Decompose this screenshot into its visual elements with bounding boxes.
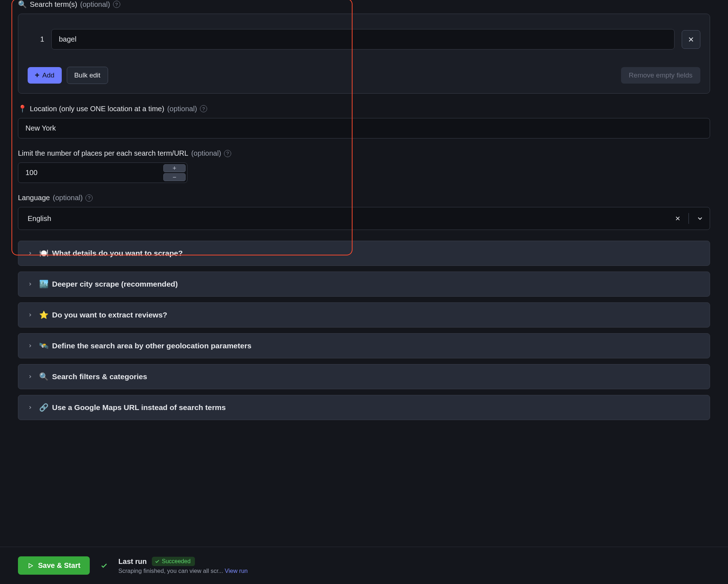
chevron-right-icon [28,282,33,287]
accordion-title-text: Define the search area by other geolocat… [52,342,252,350]
accordion-deeper-city[interactable]: 🏙️ Deeper city scrape (recommended) [18,272,710,297]
satellite-icon: 🛰️ [39,342,48,350]
city-icon: 🏙️ [39,280,48,288]
accordion-title: 🏙️ Deeper city scrape (recommended) [39,280,178,288]
location-label-text: Location (only use ONE location at a tim… [30,105,164,113]
chevron-right-icon [28,251,33,256]
search-term-row: 1 [28,29,700,50]
language-select[interactable]: English [18,207,710,230]
limit-label-text: Limit the number of places per each sear… [18,149,188,157]
search-terms-field: 🔍 Search term(s) (optional) ? 1 [18,0,710,94]
chevron-right-icon [28,343,33,348]
accordion-title: 🔗 Use a Google Maps URL instead of searc… [39,403,226,412]
link-icon: 🔗 [39,403,48,412]
terms-actions: + Add Bulk edit Remove empty fields [28,67,700,84]
location-field: 📍 Location (only use ONE location at a t… [18,104,710,138]
remove-term-button[interactable] [682,30,700,49]
accordion-title-text: Use a Google Maps URL instead of search … [52,403,226,412]
search-terms-label: 🔍 Search term(s) (optional) ? [18,0,710,9]
accordion-filters[interactable]: 🔍 Search filters & categories [18,364,710,389]
minus-icon: − [173,174,177,180]
search-terms-panel: 1 + Add Bulk edit [18,14,710,94]
increment-button[interactable]: + [163,164,186,172]
accordion-geolocation[interactable]: 🛰️ Define the search area by other geolo… [18,333,710,358]
limit-optional: (optional) [191,149,221,157]
limit-input-wrap: + − [18,163,187,183]
language-value: English [28,215,667,223]
clear-select-button[interactable] [674,215,681,222]
chevron-right-icon [28,405,33,410]
language-field: Language (optional) ? English [18,194,710,230]
close-icon [688,36,694,43]
accordion-details[interactable]: 🍽️ What details do you want to scrape? [18,241,710,266]
accordion-title: 🛰️ Define the search area by other geolo… [39,342,252,350]
accordion-title: 🔍 Search filters & categories [39,372,147,381]
accordion-title: 🍽️ What details do you want to scrape? [39,249,183,258]
remove-empty-button[interactable]: Remove empty fields [621,67,700,84]
add-term-button[interactable]: + Add [28,67,62,84]
bulk-edit-label: Bulk edit [74,71,101,79]
separator [689,213,689,224]
plate-icon: 🍽️ [39,249,48,258]
limit-field: Limit the number of places per each sear… [18,149,710,183]
decrement-button[interactable]: − [163,173,186,181]
magnifier-icon: 🔍 [39,372,48,381]
add-button-label: Add [42,71,55,79]
location-label: 📍 Location (only use ONE location at a t… [18,104,710,113]
accordion-title-text: Deeper city scrape (recommended) [52,280,178,288]
accordion-title-text: Do you want to extract reviews? [52,311,167,319]
select-toggle[interactable] [696,215,704,222]
star-icon: ⭐ [39,311,48,319]
accordion-title-text: What details do you want to scrape? [52,249,183,258]
chevron-right-icon [28,312,33,317]
language-label: Language (optional) ? [18,194,710,202]
location-optional: (optional) [167,105,197,113]
pin-icon: 📍 [18,104,27,113]
chevron-down-icon [696,215,704,222]
help-icon[interactable]: ? [85,194,93,202]
term-index: 1 [28,35,44,43]
location-input[interactable] [18,118,710,138]
help-icon[interactable]: ? [200,105,207,112]
search-icon: 🔍 [18,0,27,9]
search-terms-optional: (optional) [80,0,110,9]
help-icon[interactable]: ? [113,1,120,8]
chevron-right-icon [28,374,33,379]
search-term-input[interactable] [51,29,675,50]
plus-icon: + [35,71,39,79]
help-icon[interactable]: ? [224,150,231,157]
limit-input[interactable] [18,163,163,183]
plus-icon: + [173,165,177,171]
bulk-edit-button[interactable]: Bulk edit [67,67,108,84]
accordion-list: 🍽️ What details do you want to scrape? 🏙… [18,241,710,420]
accordion-title: ⭐ Do you want to extract reviews? [39,311,167,319]
accordion-reviews[interactable]: ⭐ Do you want to extract reviews? [18,302,710,328]
language-label-text: Language [18,194,50,202]
language-optional: (optional) [53,194,83,202]
remove-empty-label: Remove empty fields [629,71,692,79]
search-terms-label-text: Search term(s) [30,0,77,9]
number-spinners: + − [163,163,187,183]
close-icon [675,216,681,221]
accordion-title-text: Search filters & categories [52,372,147,381]
accordion-maps-url[interactable]: 🔗 Use a Google Maps URL instead of searc… [18,395,710,420]
limit-label: Limit the number of places per each sear… [18,149,710,157]
